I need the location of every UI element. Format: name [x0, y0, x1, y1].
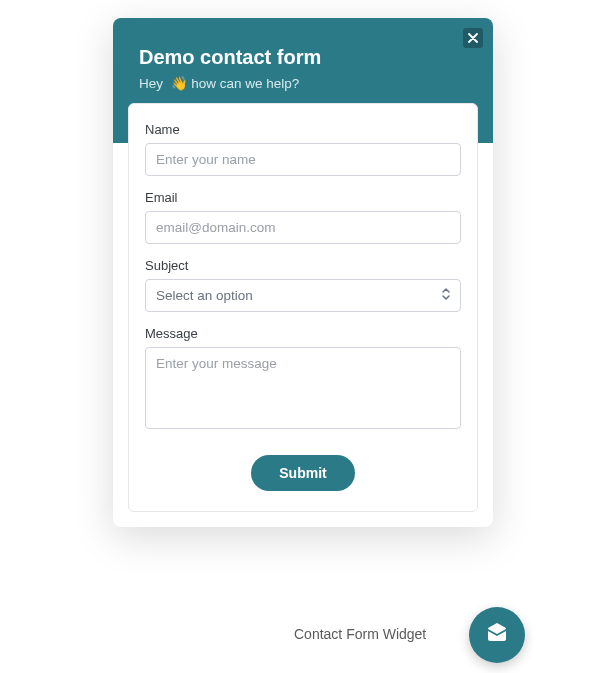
email-group: Email: [145, 190, 461, 244]
widget-label: Contact Form Widget: [294, 626, 426, 642]
name-group: Name: [145, 122, 461, 176]
contact-widget-fab[interactable]: [469, 607, 525, 663]
subject-label: Subject: [145, 258, 461, 273]
modal-subtitle: Hey 👋 how can we help?: [139, 75, 467, 91]
name-input[interactable]: [145, 143, 461, 176]
close-icon: [468, 31, 478, 45]
subject-select[interactable]: Select an option: [145, 279, 461, 312]
submit-wrapper: Submit: [145, 455, 461, 491]
email-input[interactable]: [145, 211, 461, 244]
name-label: Name: [145, 122, 461, 137]
subject-group: Subject Select an option: [145, 258, 461, 312]
modal-title: Demo contact form: [139, 46, 467, 69]
form-card: Name Email Subject Select an option: [128, 103, 478, 512]
message-group: Message: [145, 326, 461, 433]
mail-icon: [485, 621, 509, 649]
message-label: Message: [145, 326, 461, 341]
subject-select-wrapper: Select an option: [145, 279, 461, 312]
email-label: Email: [145, 190, 461, 205]
message-textarea[interactable]: [145, 347, 461, 429]
close-button[interactable]: [463, 28, 483, 48]
contact-form-modal: Demo contact form Hey 👋 how can we help?…: [113, 18, 493, 527]
submit-button[interactable]: Submit: [251, 455, 354, 491]
